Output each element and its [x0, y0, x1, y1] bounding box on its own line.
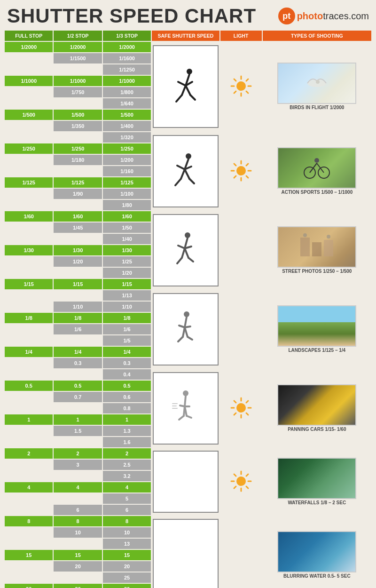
svg-line-68 [179, 416, 184, 420]
svg-line-64 [185, 396, 186, 406]
svg-line-40 [310, 163, 317, 173]
third-stop-cell: 1/2000 [103, 42, 151, 52]
safe-speed-box-2 [152, 132, 219, 210]
header-area: SHUTTER SPEED CHART pt phototraces.com [0, 0, 376, 30]
street-label: STREET PHOTOS 1/250 – 1/500 [264, 269, 370, 274]
running-figure-3 [153, 214, 218, 286]
col-header-full-stop: FULL STOP [5, 31, 53, 41]
waterfall-label: WATERFALLS 1/8 – 2 sec [264, 500, 370, 505]
svg-line-5 [176, 95, 182, 102]
table-row: 1/60 1/60 1/60 [5, 211, 371, 222]
sun-icon-1 [229, 74, 253, 98]
blurwater-photo [277, 531, 356, 572]
half-stop-cell: 1/350 [54, 121, 102, 131]
safe-speed-box-3 [152, 211, 219, 289]
col-header-types: TYPES OF SHOOTING [263, 31, 371, 41]
svg-line-7 [190, 95, 195, 100]
panning-cars-cell: PANNING CARS 1/15- 1/60 [263, 369, 371, 447]
third-stop-cell: 1/400 [103, 121, 151, 131]
sun-icon-2 [229, 159, 253, 183]
walker-icon [172, 310, 200, 348]
svg-line-81 [246, 401, 248, 403]
light-sun-3 [220, 369, 262, 447]
logo: pt phototraces.com [278, 8, 369, 24]
runner-medium-icon [172, 152, 200, 190]
third-stop-cell: 1/800 [103, 87, 151, 97]
svg-line-56 [185, 317, 187, 327]
birds-in-flight-cell: BIRDS IN FLIGHT 1/2000 [263, 42, 371, 131]
third-stop-cell: 1/500 [103, 110, 151, 120]
light-sun-1 [220, 42, 262, 131]
panning-photo [277, 384, 356, 426]
svg-line-6 [186, 86, 190, 95]
svg-line-15 [246, 79, 248, 81]
half-stop-cell: 1/750 [54, 87, 102, 97]
svg-line-60 [178, 337, 183, 342]
table-row: 1/13 LANDSC [5, 290, 371, 301]
svg-line-26 [189, 179, 194, 183]
running-figure-2 [153, 135, 218, 207]
street-photo [277, 226, 356, 268]
svg-point-83 [236, 477, 246, 486]
svg-rect-52 [324, 240, 333, 256]
svg-line-14 [246, 91, 248, 93]
table-row: 8 8 8 BLURRING WATER 0.5- 5 sec [5, 516, 371, 526]
col-header-third-stop: 1/3 STOP [103, 31, 151, 41]
svg-line-80 [246, 413, 248, 415]
svg-line-79 [234, 401, 236, 403]
svg-rect-51 [312, 242, 321, 256]
svg-rect-50 [300, 238, 310, 256]
third-stop-cell: 1/320 [103, 132, 151, 143]
street-illustration [298, 233, 336, 261]
safe-speed-box-6 [152, 448, 219, 515]
svg-line-89 [246, 486, 248, 488]
table-row: 1/2000 1/2000 1/2000 [5, 42, 371, 52]
landscape-cell: LANDSCAPES 1/125 – 1/4 [263, 290, 371, 368]
light-sun-2 [220, 132, 262, 210]
half-stop-cell: 1/1500 [54, 53, 102, 64]
waterfall-photo [277, 458, 356, 499]
svg-line-35 [234, 176, 236, 178]
svg-line-13 [234, 79, 236, 81]
sports-photo [277, 147, 356, 189]
safe-speed-box-7 [152, 516, 219, 588]
running-figure-5 [153, 372, 218, 445]
shutter-table: FULL STOP 1/2 STOP 1/3 STOP SAFE SHUTTER… [4, 30, 372, 588]
svg-point-54 [327, 235, 330, 238]
safe-speed-box-5 [152, 369, 219, 447]
svg-line-90 [246, 474, 248, 476]
running-figure-4 [153, 293, 218, 366]
slow-mover-icon [172, 389, 200, 427]
col-header-safe-shutter: SAFE SHUTTER SPEED [152, 31, 219, 41]
street-photos-cell: STREET PHOTOS 1/250 – 1/500 [263, 211, 371, 289]
svg-line-49 [188, 258, 193, 262]
half-stop-cell: 1/2000 [54, 42, 102, 52]
table-row: 0.4 [5, 369, 371, 380]
svg-line-48 [185, 248, 188, 258]
svg-line-23 [181, 169, 185, 179]
svg-point-74 [236, 403, 246, 413]
running-figure-1 [153, 45, 218, 128]
svg-line-62 [188, 337, 192, 340]
full-stop-cell: 1/2000 [5, 42, 53, 52]
birds-photo [277, 63, 356, 104]
svg-line-39 [317, 163, 324, 173]
col-header-light: LIGHT [220, 31, 262, 41]
svg-line-34 [246, 164, 248, 166]
empty-box-6 [153, 451, 218, 513]
sun-icon-3 [229, 396, 253, 420]
sun-icon-4 [229, 469, 253, 493]
svg-line-47 [177, 258, 182, 263]
svg-line-25 [185, 169, 189, 179]
svg-line-61 [185, 327, 188, 337]
bike-illustration [303, 154, 331, 182]
empty-box-7 [153, 519, 218, 588]
svg-line-24 [175, 179, 181, 185]
svg-point-53 [303, 233, 307, 237]
svg-line-44 [178, 246, 185, 248]
svg-point-27 [236, 166, 246, 175]
action-sports-cell: ACTION SPORTS 1/500 – 1/1000 [263, 132, 371, 210]
logo-text: phototraces.com [297, 11, 369, 22]
bird-illustration [298, 72, 336, 95]
svg-line-82 [234, 413, 236, 415]
